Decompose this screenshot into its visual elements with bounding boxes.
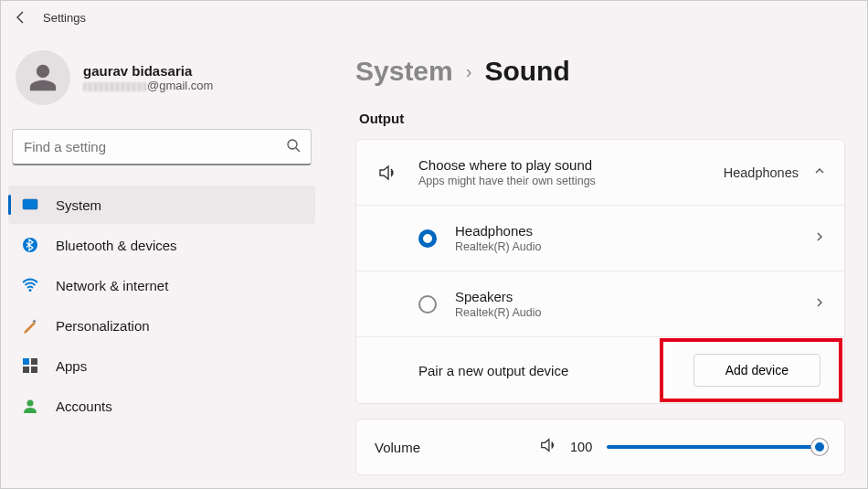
sidebar-item-network[interactable]: Network & internet — [8, 266, 315, 304]
radio-unselected[interactable] — [418, 295, 437, 314]
search-icon — [286, 138, 301, 156]
output-section-header: Output — [355, 111, 845, 126]
sidebar-item-label: Personalization — [56, 318, 150, 334]
volume-row: Volume 100 — [355, 419, 845, 475]
window-title: Settings — [43, 11, 86, 25]
svg-rect-10 — [31, 367, 37, 373]
volume-icon[interactable] — [539, 436, 557, 458]
svg-rect-2 — [23, 199, 37, 209]
output-choose-row[interactable]: Choose where to play sound Apps might ha… — [356, 140, 844, 206]
slider-thumb[interactable] — [811, 439, 828, 455]
sidebar-item-accounts[interactable]: Accounts — [8, 387, 315, 425]
sidebar-item-personalization[interactable]: Personalization — [8, 306, 315, 345]
volume-label: Volume — [375, 440, 539, 455]
accounts-icon — [21, 397, 39, 415]
sidebar-item-label: Network & internet — [56, 278, 168, 293]
system-icon — [21, 196, 39, 214]
personalization-icon — [21, 316, 39, 335]
sidebar-item-label: Bluetooth & devices — [56, 238, 177, 253]
sidebar-item-label: Apps — [56, 358, 87, 374]
device-sub: Realtek(R) Audio — [455, 240, 813, 253]
add-device-button[interactable]: Add device — [693, 354, 820, 387]
back-button[interactable] — [8, 5, 34, 30]
network-icon — [21, 276, 39, 294]
chevron-right-icon — [813, 296, 826, 312]
svg-rect-7 — [23, 358, 29, 365]
chevron-right-icon: › — [466, 61, 472, 82]
sidebar-item-bluetooth[interactable]: Bluetooth & devices — [8, 226, 315, 264]
profile-email: @gmail.com — [83, 79, 213, 92]
bluetooth-icon — [21, 236, 39, 254]
pair-device-row: Pair a new output device Add device — [356, 337, 844, 403]
output-choose-sub: Apps might have their own settings — [418, 175, 724, 187]
breadcrumb: System › Sound — [355, 56, 845, 87]
sidebar-item-apps[interactable]: Apps — [8, 346, 315, 385]
radio-selected[interactable] — [418, 229, 437, 248]
output-choose-title: Choose where to play sound — [418, 157, 724, 173]
svg-rect-9 — [23, 367, 29, 373]
output-selected-device: Headphones — [724, 165, 799, 180]
chevron-up-icon — [813, 165, 826, 180]
breadcrumb-root[interactable]: System — [355, 56, 453, 87]
device-sub: Realtek(R) Audio — [455, 306, 813, 319]
svg-rect-8 — [31, 358, 37, 365]
speaker-icon — [375, 163, 400, 183]
sidebar-item-label: System — [56, 197, 101, 213]
breadcrumb-current: Sound — [484, 56, 569, 87]
svg-point-11 — [27, 400, 34, 407]
svg-point-5 — [29, 289, 32, 292]
chevron-right-icon — [813, 230, 826, 246]
volume-slider[interactable] — [607, 445, 826, 449]
search-input[interactable] — [12, 129, 312, 165]
avatar — [16, 50, 70, 105]
device-name: Speakers — [455, 289, 813, 304]
pair-label: Pair a new output device — [418, 363, 693, 378]
svg-line-1 — [296, 148, 300, 152]
sidebar-item-system[interactable]: System — [8, 186, 315, 224]
profile-name: gaurav bidasaria — [83, 63, 213, 79]
svg-point-0 — [288, 140, 297, 149]
sidebar-item-label: Accounts — [56, 399, 112, 414]
output-device-row[interactable]: Headphones Realtek(R) Audio — [356, 206, 844, 271]
volume-value: 100 — [570, 440, 592, 454]
apps-icon — [21, 356, 39, 375]
device-name: Headphones — [455, 223, 813, 239]
output-device-row[interactable]: Speakers Realtek(R) Audio — [356, 271, 844, 337]
profile-block[interactable]: gaurav bidasaria @gmail.com — [8, 43, 315, 120]
